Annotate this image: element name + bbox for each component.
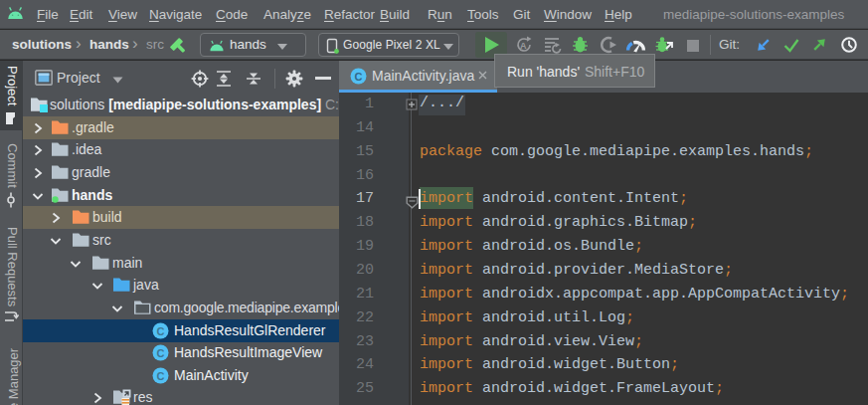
svg-text:C: C (157, 325, 165, 337)
svg-text:A: A (520, 41, 527, 51)
svg-text:C: C (157, 370, 165, 382)
svg-text:C: C (157, 347, 165, 359)
svg-text:C: C (355, 71, 363, 83)
